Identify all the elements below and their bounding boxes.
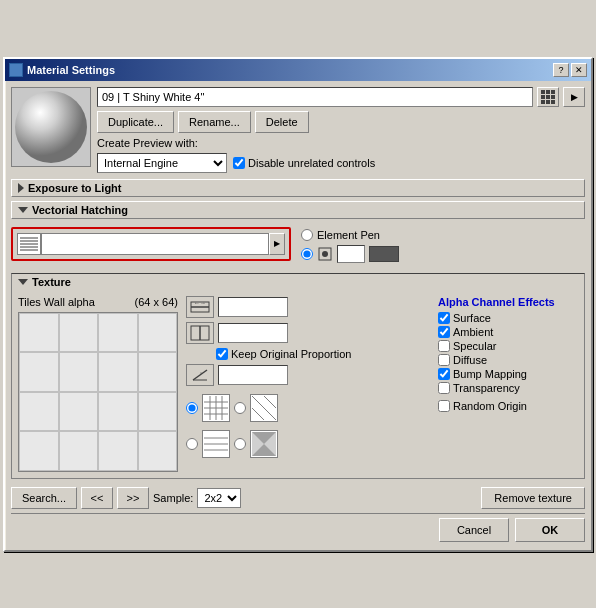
element-pen-radio-row: Element Pen — [301, 229, 451, 241]
transparency-checkbox[interactable] — [438, 382, 450, 394]
width-input[interactable]: 8" — [218, 297, 288, 317]
tile-12 — [138, 392, 178, 432]
texture-label-row: Tiles Wall alpha (64 x 64) — [18, 296, 178, 308]
prev-button[interactable]: << — [81, 487, 113, 509]
tile-9 — [19, 392, 59, 432]
tile-6 — [59, 352, 99, 392]
bottom-controls: Search... << >> Sample: 2x2 1x1 3x3 4x4 … — [11, 483, 585, 513]
hatching-pattern-icon — [17, 233, 41, 255]
alpha-channel-section: Alpha Channel Effects Surface Ambient Sp… — [438, 296, 578, 472]
bump-mapping-label: Bump Mapping — [453, 368, 527, 380]
pattern-icon-2[interactable] — [250, 394, 278, 422]
texture-section: Texture Tiles Wall alpha (64 x 64) — [11, 273, 585, 479]
texture-preview-column: Tiles Wall alpha (64 x 64) — [18, 296, 178, 472]
pattern-radio-2[interactable] — [234, 402, 246, 414]
material-name-row: ▶ — [97, 87, 585, 107]
create-preview-dropdown[interactable]: Internal Engine — [97, 153, 227, 173]
custom-pen-radio[interactable] — [301, 248, 313, 260]
create-preview-controls: Internal Engine Disable unrelated contro… — [97, 153, 585, 173]
angle-input[interactable]: 0° — [218, 365, 288, 385]
tile-1 — [19, 313, 59, 353]
ambient-checkbox[interactable] — [438, 326, 450, 338]
sample-dropdown[interactable]: 2x2 1x1 3x3 4x4 — [197, 488, 241, 508]
grid-view-button[interactable] — [537, 87, 559, 107]
texture-label: Texture — [32, 276, 71, 288]
pen-controls-row: 2 — [301, 245, 451, 263]
svg-text:°: ° — [200, 371, 202, 377]
duplicate-button[interactable]: Duplicate... — [97, 111, 174, 133]
close-button[interactable]: ✕ — [571, 63, 587, 77]
pattern-radio-3[interactable] — [186, 438, 198, 450]
search-button[interactable]: Search... — [11, 487, 77, 509]
arrow-button[interactable]: ▶ — [563, 87, 585, 107]
pattern-icon-4[interactable] — [250, 430, 278, 458]
diffuse-label: Diffuse — [453, 354, 487, 366]
keep-proportion-row: Keep Original Proportion — [216, 348, 430, 360]
surface-checkbox-row: Surface — [438, 312, 578, 324]
top-section: ▶ Duplicate... Rename... Delete Create P… — [11, 87, 585, 173]
exposure-section-header[interactable]: Exposure to Light — [11, 179, 585, 197]
specular-checkbox[interactable] — [438, 340, 450, 352]
tile-5 — [19, 352, 59, 392]
rename-button[interactable]: Rename... — [178, 111, 251, 133]
hatching-pattern-input[interactable]: 01 | Grid 04" — [41, 233, 269, 255]
width-row: ←→ 8" — [186, 296, 430, 318]
remove-texture-button[interactable]: Remove texture — [481, 487, 585, 509]
expand-icon — [18, 207, 28, 213]
hatching-label: Vectorial Hatching — [32, 204, 128, 216]
diffuse-checkbox[interactable] — [438, 354, 450, 366]
random-origin-checkbox[interactable] — [438, 400, 450, 412]
tile-3 — [98, 313, 138, 353]
height-input[interactable]: 8" — [218, 323, 288, 343]
hatching-pattern-section: 01 | Grid 04" ▶ — [11, 227, 291, 261]
top-controls: ▶ Duplicate... Rename... Delete Create P… — [97, 87, 585, 173]
ok-button[interactable]: OK — [515, 518, 585, 542]
width-icon: ←→ — [186, 296, 214, 318]
alpha-channel-title: Alpha Channel Effects — [438, 296, 578, 308]
transparency-label: Transparency — [453, 382, 520, 394]
pattern-icon-1[interactable] — [202, 394, 230, 422]
disable-unrelated-checkbox[interactable] — [233, 157, 245, 169]
next-button[interactable]: >> — [117, 487, 149, 509]
app-icon — [9, 63, 23, 77]
create-preview-label: Create Preview with: — [97, 137, 198, 149]
ambient-label: Ambient — [453, 326, 493, 338]
help-button[interactable]: ? — [553, 63, 569, 77]
element-pen-radio[interactable] — [301, 229, 313, 241]
angle-row: ° 0° — [186, 364, 430, 386]
ambient-checkbox-row: Ambient — [438, 326, 578, 338]
collapse-icon — [18, 183, 24, 193]
pattern-icon-3[interactable] — [202, 430, 230, 458]
texture-name: Tiles Wall alpha — [18, 296, 95, 308]
random-origin-row: Random Origin — [438, 400, 578, 412]
pattern-radio-4[interactable] — [234, 438, 246, 450]
title-bar: Material Settings ? ✕ — [5, 59, 591, 81]
pattern-radio-1[interactable] — [186, 402, 198, 414]
texture-body: Tiles Wall alpha (64 x 64) — [12, 290, 584, 478]
material-name-input[interactable] — [97, 87, 533, 107]
surface-checkbox[interactable] — [438, 312, 450, 324]
hatching-dropdown-container: 01 | Grid 04" ▶ — [17, 233, 285, 255]
material-settings-window: Material Settings ? ✕ — [3, 57, 593, 552]
delete-button[interactable]: Delete — [255, 111, 309, 133]
diffuse-checkbox-row: Diffuse — [438, 354, 578, 366]
random-origin-label: Random Origin — [453, 400, 527, 412]
bump-mapping-checkbox[interactable] — [438, 368, 450, 380]
svg-point-0 — [15, 91, 87, 163]
pattern-icons-row2 — [186, 430, 430, 458]
tile-13 — [19, 431, 59, 471]
texture-middle-controls: ←→ 8" 8" — [186, 296, 430, 472]
tile-7 — [98, 352, 138, 392]
hatching-section-header[interactable]: Vectorial Hatching — [11, 201, 585, 219]
cancel-button[interactable]: Cancel — [439, 518, 509, 542]
disable-unrelated-checkbox-label[interactable]: Disable unrelated controls — [233, 157, 375, 169]
keep-proportion-checkbox[interactable] — [216, 348, 228, 360]
window-body: ▶ Duplicate... Rename... Delete Create P… — [5, 81, 591, 550]
texture-header[interactable]: Texture — [12, 274, 584, 290]
specular-checkbox-row: Specular — [438, 340, 578, 352]
title-bar-controls: ? ✕ — [553, 63, 587, 77]
pen-number-input[interactable]: 2 — [337, 245, 365, 263]
pen-color-box[interactable] — [369, 246, 399, 262]
hatching-dropdown-arrow[interactable]: ▶ — [269, 233, 285, 255]
pen-icon — [317, 246, 333, 262]
